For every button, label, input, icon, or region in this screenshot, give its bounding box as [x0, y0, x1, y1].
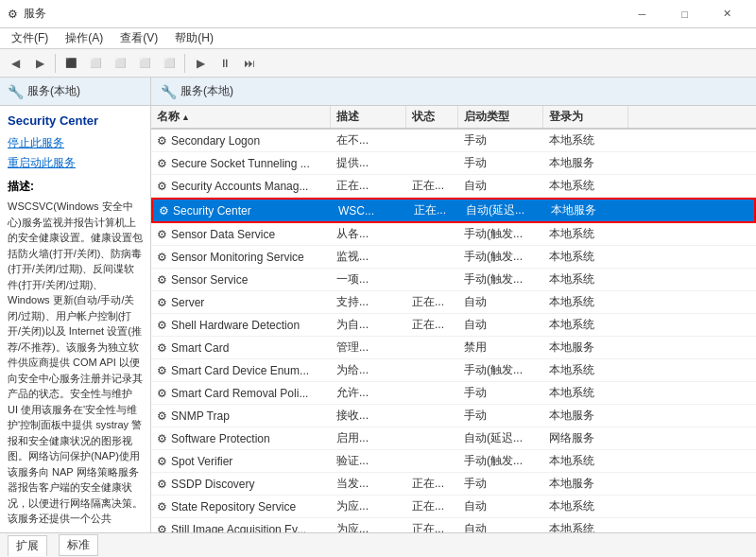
toolbar-play[interactable]: ▶: [189, 52, 212, 75]
table-row[interactable]: ⚙Sensor Service一项...手动(触发...本地系统: [151, 269, 756, 291]
stop-service-link[interactable]: 停止此服务: [8, 135, 143, 151]
table-row[interactable]: ⚙Spot Verifier验证...手动(触发...本地系统: [151, 450, 756, 473]
menu-view[interactable]: 查看(V): [112, 28, 165, 48]
service-icon: ⚙: [157, 341, 167, 355]
table-cell-0: ⚙SNMP Trap: [151, 407, 331, 426]
toolbar-btn-1[interactable]: ⬛: [60, 52, 82, 75]
minimize-button[interactable]: ─: [621, 0, 663, 28]
menu-action[interactable]: 操作(A): [58, 28, 111, 48]
cell-text: Sensor Monitoring Service: [171, 251, 304, 264]
col-header-startup[interactable]: 启动类型: [458, 106, 543, 128]
col-header-logon[interactable]: 登录为: [543, 106, 628, 128]
cell-text: 本地系统: [549, 522, 594, 532]
table-row[interactable]: ⚙State Repository Service为应...正在...自动本地系…: [151, 496, 756, 518]
table-row[interactable]: ⚙Smart Card Removal Poli...允许...手动本地系统: [151, 382, 756, 405]
table-cell-3: 自动(延迟...: [458, 427, 543, 449]
table-cell-3: 手动(触发...: [458, 450, 543, 472]
left-pane: 🔧 服务(本地) Security Center 停止此服务 重启动此服务 描述…: [0, 78, 151, 532]
col-header-desc[interactable]: 描述: [331, 106, 406, 128]
table-cell-4: 本地系统: [543, 269, 628, 290]
table-cell-4: 本地系统: [543, 496, 628, 517]
cell-text: 本地服务: [551, 203, 596, 217]
table-cell-4: 网络服务: [543, 427, 628, 449]
cell-text: 本地系统: [549, 295, 594, 308]
table-row[interactable]: ⚙Secure Socket Tunneling ...提供...手动本地服务: [151, 152, 756, 175]
menu-file[interactable]: 文件(F): [4, 28, 56, 48]
cell-text: 从各...: [336, 227, 369, 240]
service-icon: ⚙: [157, 364, 167, 377]
toolbar-btn-3[interactable]: ⬜: [109, 52, 131, 75]
left-pane-header: 🔧 服务(本地): [0, 78, 150, 106]
window-title: 服务: [24, 6, 46, 22]
table-cell-0: ⚙Still Image Acquisition Ev...: [151, 520, 331, 533]
table-row[interactable]: ⚙Sensor Data Service从各...手动(触发...本地系统: [151, 223, 756, 246]
cell-text: Secure Socket Tunneling ...: [171, 157, 310, 170]
table-header: 名称 ▲ 描述 状态 启动类型 登录为: [151, 106, 756, 130]
table-cell-4: 本地服务: [543, 337, 628, 358]
table-cell-0: ⚙Shell Hardware Detection: [151, 316, 331, 335]
table-row[interactable]: ⚙Software Protection启用...自动(延迟...网络服务: [151, 427, 756, 450]
toolbar-pause[interactable]: ⏸: [214, 52, 236, 75]
toolbar-btn-5[interactable]: ⬜: [158, 52, 180, 75]
cell-text: Sensor Service: [171, 273, 248, 287]
main-area: 🔧 服务(本地) Security Center 停止此服务 重启动此服务 描述…: [0, 78, 756, 532]
table-cell-1: 当发...: [331, 473, 406, 495]
table-cell-1: 为应...: [331, 518, 406, 532]
cell-text: 本地服务: [549, 156, 594, 169]
restart-service-link[interactable]: 重启动此服务: [8, 155, 143, 171]
tab-expand[interactable]: 扩展: [8, 535, 47, 556]
cell-text: 禁用: [464, 340, 487, 354]
cell-text: 手动(触发...: [464, 227, 523, 240]
table-row[interactable]: ⚙Secondary Logon在不...手动本地系统: [151, 130, 756, 152]
service-icon: ⚙: [157, 134, 167, 148]
title-bar-controls: ─ □ ✕: [621, 0, 748, 28]
close-button[interactable]: ✕: [706, 0, 748, 28]
toolbar-btn-4[interactable]: ⬜: [133, 52, 156, 75]
cell-text: 本地服务: [549, 340, 594, 354]
cell-text: Smart Card Device Enum...: [171, 364, 309, 377]
cell-text: 为应...: [336, 499, 369, 513]
toolbar-forward[interactable]: ▶: [28, 52, 51, 75]
cell-text: 网络服务: [549, 431, 594, 444]
col-header-status[interactable]: 状态: [406, 106, 458, 128]
table-row[interactable]: ⚙SSDP Discovery当发...正在...手动本地服务: [151, 473, 756, 496]
table-row[interactable]: ⚙Shell Hardware Detection为自...正在...自动本地系…: [151, 314, 756, 337]
tab-standard[interactable]: 标准: [59, 534, 98, 556]
cell-text: 自动(延迟...: [464, 431, 523, 444]
cell-text: 本地系统: [549, 499, 594, 513]
table-row[interactable]: ⚙SNMP Trap接收...手动本地服务: [151, 405, 756, 427]
service-icon: ⚙: [157, 319, 167, 332]
service-icon: ⚙: [157, 478, 167, 491]
table-cell-2: [406, 254, 458, 260]
table-row[interactable]: ⚙Sensor Monitoring Service监视...手动(触发...本…: [151, 246, 756, 269]
toolbar-back[interactable]: ◀: [4, 52, 26, 75]
table-row[interactable]: ⚙Security CenterWSC...正在...自动(延迟...本地服务: [151, 198, 756, 223]
table-cell-3: 手动(触发...: [458, 223, 543, 245]
table-row[interactable]: ⚙Server支持...正在...自动本地系统: [151, 291, 756, 314]
table-cell-2: [406, 232, 458, 237]
left-service-title: Security Center: [8, 113, 143, 128]
cell-text: 手动: [464, 156, 487, 169]
cell-text: 手动: [464, 409, 487, 422]
col-header-name[interactable]: 名称 ▲: [151, 106, 331, 128]
table-cell-3: 自动: [458, 175, 543, 197]
toolbar-next[interactable]: ⏭: [238, 52, 261, 75]
table-cell-3: 自动: [458, 291, 543, 313]
table-cell-1: 管理...: [331, 337, 406, 358]
table-cell-2: 正在...: [406, 518, 458, 532]
toolbar-btn-2[interactable]: ⬜: [84, 52, 107, 75]
menu-help[interactable]: 帮助(H): [167, 28, 221, 48]
maximize-button[interactable]: □: [663, 0, 706, 28]
table-row[interactable]: ⚙Security Accounts Manag...正在...正在...自动本…: [151, 175, 756, 198]
table-row[interactable]: ⚙Smart Card Device Enum...为给...手动(触发...本…: [151, 359, 756, 382]
table-row[interactable]: ⚙Still Image Acquisition Ev...为应...正在...…: [151, 518, 756, 532]
table-row[interactable]: ⚙Smart Card管理...禁用本地服务: [151, 337, 756, 359]
table-cell-2: [406, 277, 458, 283]
cell-text: 正在...: [336, 179, 369, 192]
table-cell-3: 自动: [458, 518, 543, 532]
service-icon: ⚙: [157, 432, 167, 445]
table-cell-0: ⚙Software Protection: [151, 429, 331, 448]
cell-text: State Repository Service: [171, 500, 296, 513]
left-pane-content: Security Center 停止此服务 重启动此服务 描述: WSCSVC(…: [0, 106, 150, 532]
right-pane: 🔧 服务(本地) 名称 ▲ 描述 状态 启动类型 登录为: [151, 78, 756, 532]
